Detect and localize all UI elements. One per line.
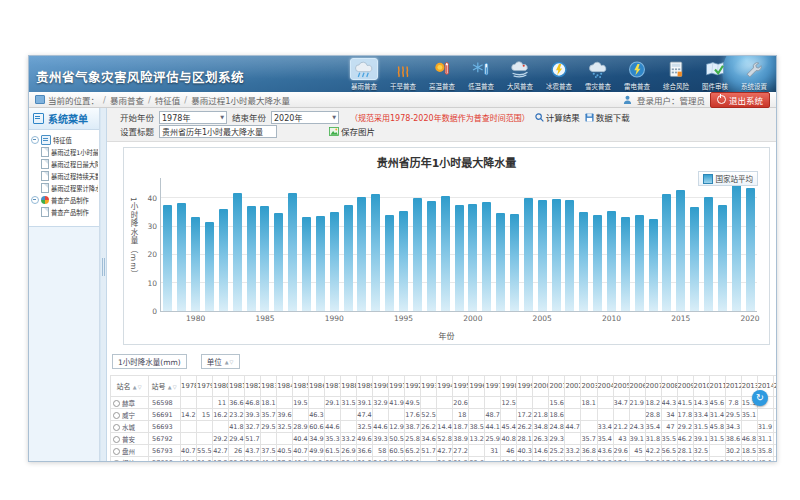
- breadcrumb-item-current[interactable]: 暴雨过程1小时最大降水量: [191, 94, 290, 106]
- sort-icons[interactable]: ▲▽: [225, 359, 235, 365]
- col-header-year[interactable]: 1995: [453, 376, 469, 397]
- col-header-year[interactable]: 1992: [405, 376, 421, 397]
- row-select-radio[interactable]: [113, 436, 120, 443]
- calc-result-button[interactable]: 计算结果: [535, 111, 580, 123]
- col-header-year[interactable]: 1988: [341, 376, 357, 397]
- nav-item-hail[interactable]: 冰雹普查: [541, 58, 577, 91]
- expander-icon[interactable]: [31, 136, 39, 144]
- sort-icons[interactable]: ▲▽: [133, 384, 143, 390]
- col-header-year[interactable]: 1994: [437, 376, 453, 397]
- col-header-year[interactable]: 2003: [581, 376, 597, 397]
- value-cell: 24.8: [549, 421, 565, 433]
- breadcrumb-item-rainstorm[interactable]: 暴雨普查: [110, 94, 144, 106]
- col-header-year[interactable]: 1986: [309, 376, 325, 397]
- col-header-year[interactable]: 1993: [421, 376, 437, 397]
- value-cell: 18.5: [741, 445, 757, 457]
- col-header-year[interactable]: 1981: [229, 376, 245, 397]
- row-select-radio[interactable]: [113, 400, 120, 407]
- sidebar-item-daily-max-precip[interactable]: 暴雨过程日最大降水量: [31, 158, 98, 170]
- sidebar-item-1h-max-precip[interactable]: 暴雨过程1小时最大降水量: [31, 146, 98, 158]
- nav-item-high-temp[interactable]: 高温普查: [424, 58, 460, 91]
- col-header-station-name[interactable]: 站名 ▲▽: [111, 376, 149, 397]
- col-header-year[interactable]: 2012: [725, 376, 741, 397]
- nav-item-snow[interactable]: 雪灾普查: [580, 58, 616, 91]
- col-header-year[interactable]: 1989: [357, 376, 373, 397]
- col-header-year[interactable]: 1991: [389, 376, 405, 397]
- col-header-year[interactable]: 2009: [677, 376, 693, 397]
- col-header-year[interactable]: 2015: [773, 376, 776, 397]
- col-header-year[interactable]: 1985: [293, 376, 309, 397]
- sidebar-item-accumulated-precip[interactable]: 暴雨过程累计降水量: [31, 182, 98, 194]
- col-header-year[interactable]: 2000: [533, 376, 549, 397]
- value-cell: 29.5: [645, 457, 661, 462]
- drought-icon: [389, 58, 417, 80]
- nav-item-wind[interactable]: 大风普查: [502, 58, 538, 91]
- station-name-cell: 赫章: [111, 397, 149, 409]
- value-cell: [773, 421, 776, 433]
- col-header-year[interactable]: 2001: [549, 376, 565, 397]
- col-header-year[interactable]: 2008: [661, 376, 677, 397]
- nav-item-label: 图件审核: [702, 81, 728, 90]
- nav-item-drought[interactable]: 干旱普查: [385, 58, 421, 91]
- nav-item-low-temp[interactable]: 低温普查: [463, 58, 499, 91]
- col-header-year[interactable]: 1984: [277, 376, 293, 397]
- value-cell: [741, 421, 757, 433]
- col-header-year[interactable]: 1982: [245, 376, 261, 397]
- value-cell: 50.8: [565, 457, 581, 462]
- col-header-year[interactable]: 1996: [469, 376, 485, 397]
- value-cell: 45.4: [501, 421, 517, 433]
- col-header-year[interactable]: 1978: [181, 376, 197, 397]
- nav-item-comprehensive-risk[interactable]: 综合风险: [658, 58, 694, 91]
- value-cell: 12.9: [389, 421, 405, 433]
- col-header-year[interactable]: 2007: [645, 376, 661, 397]
- row-select-radio[interactable]: [113, 448, 120, 455]
- value-cell: [485, 457, 501, 462]
- col-header-year[interactable]: 2011: [709, 376, 725, 397]
- breadcrumb-item-feature[interactable]: 特征值: [155, 94, 181, 106]
- col-header-year[interactable]: 1998: [501, 376, 517, 397]
- col-header-year[interactable]: 2004: [597, 376, 613, 397]
- unit-chip[interactable]: 单位 ▲▽: [201, 354, 241, 369]
- col-header-year[interactable]: 1999: [517, 376, 533, 397]
- col-header-year[interactable]: 1990: [373, 376, 389, 397]
- col-header-year[interactable]: 1979: [197, 376, 213, 397]
- col-header-station-id[interactable]: 站号 ▲▽: [149, 376, 181, 397]
- sidebar-item-duration-days[interactable]: 暴雨过程持续天数: [31, 170, 98, 182]
- col-header-year[interactable]: 2002: [565, 376, 581, 397]
- row-select-radio[interactable]: [113, 460, 120, 461]
- sidebar-group-feature[interactable]: 特征值: [31, 134, 98, 146]
- nav-item-settings[interactable]: 系统设置: [736, 58, 772, 91]
- app-window: 贵州省气象灾害风险评估与区划系统 暴雨普查 干旱普查 高温普查: [28, 55, 777, 462]
- data-download-button[interactable]: 数据下载: [585, 111, 630, 123]
- sidebar-splitter[interactable]: [100, 108, 107, 461]
- value-cell: 51.7: [421, 445, 437, 457]
- refresh-icon[interactable]: ↻: [752, 390, 768, 406]
- value-cell: 32.5: [357, 421, 373, 433]
- measure-chip[interactable]: 1小时降水量(mm): [112, 354, 187, 369]
- bar-1978: [163, 205, 172, 311]
- logout-button[interactable]: 退出系统: [710, 92, 770, 108]
- row-select-radio[interactable]: [113, 424, 120, 431]
- end-year-select[interactable]: 2020年 ▼: [271, 111, 339, 124]
- expander-icon[interactable]: [31, 196, 39, 204]
- col-header-year[interactable]: 2010: [693, 376, 709, 397]
- col-header-year[interactable]: 1983: [261, 376, 277, 397]
- start-year-select[interactable]: 1978年 ▼: [159, 111, 227, 124]
- row-select-radio[interactable]: [113, 412, 120, 419]
- save-image-button[interactable]: 保存图片: [329, 125, 375, 137]
- value-cell: 11: [213, 397, 229, 409]
- sidebar-item-product-make[interactable]: 普查产品制作: [31, 206, 98, 218]
- nav-item-map-review[interactable]: 图件审核: [697, 58, 733, 91]
- sidebar-group-product[interactable]: 普查产品制作: [31, 194, 98, 206]
- value-cell: 65.2: [405, 445, 421, 457]
- col-header-year[interactable]: 2005: [613, 376, 629, 397]
- col-header-year[interactable]: 1987: [325, 376, 341, 397]
- chart-title-input[interactable]: [159, 125, 277, 138]
- nav-item-lightning[interactable]: 雷电普查: [619, 58, 655, 91]
- value-cell: 14.3: [693, 397, 709, 409]
- col-header-year[interactable]: 1980: [213, 376, 229, 397]
- col-header-year[interactable]: 2006: [629, 376, 645, 397]
- col-header-year[interactable]: 1997: [485, 376, 501, 397]
- sort-icons[interactable]: ▲▽: [168, 384, 178, 390]
- nav-item-rainstorm[interactable]: 暴雨普查: [346, 58, 382, 91]
